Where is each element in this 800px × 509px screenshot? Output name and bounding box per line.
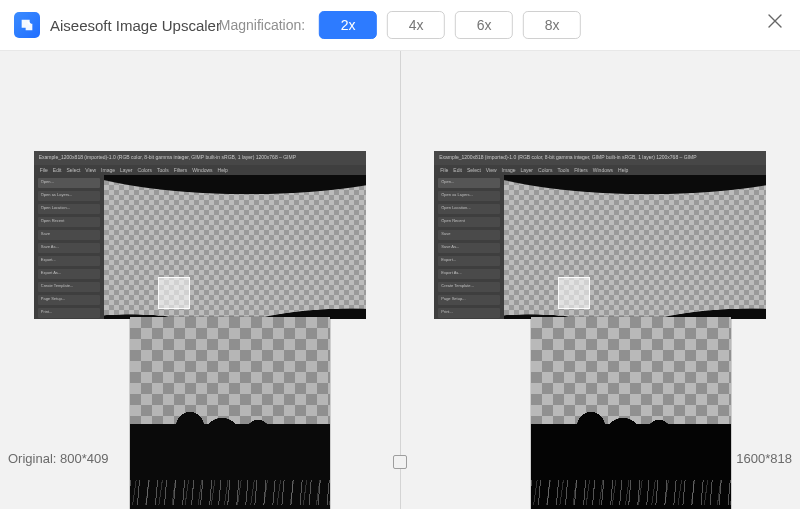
embedded-canvas: [504, 175, 766, 319]
magnification-6x-button[interactable]: 6x: [455, 11, 513, 39]
original-dimensions-label: Original: 800*409: [8, 448, 108, 469]
original-pane: Example_1200x818 (imported)-1.0 (RGB col…: [0, 51, 400, 509]
upscaled-dimensions-label: 1600*818: [736, 448, 792, 469]
magnification-button-group: 2x 4x 6x 8x: [319, 11, 581, 39]
embedded-menu: File Edit Select View Image Layer Colors…: [34, 165, 366, 175]
comparison-area: Example_1200x818 (imported)-1.0 (RGB col…: [0, 50, 800, 509]
embedded-sidebar: Open... Open as Layers... Open Location.…: [434, 175, 504, 319]
original-zoom-inset[interactable]: [130, 317, 330, 509]
zoom-selection-marquee[interactable]: [158, 277, 190, 309]
original-preview[interactable]: Example_1200x818 (imported)-1.0 (RGB col…: [34, 151, 366, 319]
upscaled-zoom-inset[interactable]: [531, 317, 731, 509]
embedded-sidebar: Open... Open as Layers... Open Location.…: [34, 175, 104, 319]
upscaled-pane: Example_1200x818 (imported)-1.0 (RGB col…: [401, 51, 801, 509]
magnification-2x-button[interactable]: 2x: [319, 11, 377, 39]
embedded-titlebar: Example_1200x818 (imported)-1.0 (RGB col…: [434, 151, 766, 165]
app-logo-icon: [14, 12, 40, 38]
embedded-menu: File Edit Select View Image Layer Colors…: [434, 165, 766, 175]
embedded-canvas: [104, 175, 366, 319]
embedded-titlebar: Example_1200x818 (imported)-1.0 (RGB col…: [34, 151, 366, 165]
magnification-8x-button[interactable]: 8x: [523, 11, 581, 39]
zoom-selection-marquee[interactable]: [558, 277, 590, 309]
upscaled-preview[interactable]: Example_1200x818 (imported)-1.0 (RGB col…: [434, 151, 766, 319]
close-button[interactable]: [760, 6, 790, 36]
magnification-label: Magnification:: [219, 17, 305, 33]
magnification-4x-button[interactable]: 4x: [387, 11, 445, 39]
app-title: Aiseesoft Image Upscaler: [50, 17, 221, 34]
close-icon: [766, 12, 784, 30]
sync-view-icon[interactable]: [393, 455, 407, 469]
